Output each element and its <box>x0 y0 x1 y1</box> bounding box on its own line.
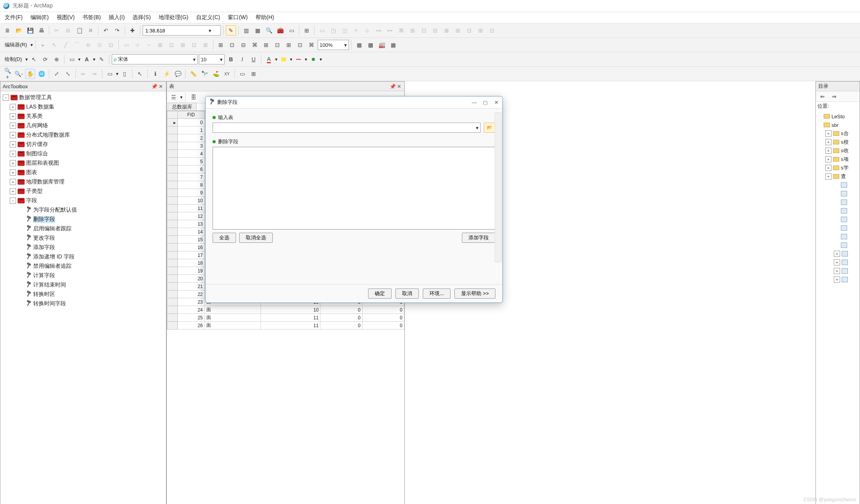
arctoolbox-icon[interactable]: 🧰 <box>275 25 285 36</box>
chevron-down-icon[interactable]: ▾ <box>320 57 322 62</box>
save-icon[interactable]: 💾 <box>25 25 35 36</box>
edit-tool-icon[interactable]: ⊡ <box>106 40 116 50</box>
font-size-combo[interactable]: 10 ▾ <box>199 54 225 64</box>
editor-label[interactable]: 编辑器(R) <box>2 41 29 48</box>
chevron-down-icon[interactable]: ▾ <box>209 28 211 34</box>
expander-icon[interactable]: − <box>10 198 16 204</box>
table-row[interactable]: 24面1000 <box>167 306 404 314</box>
close-icon[interactable]: ✕ <box>157 83 164 89</box>
table-options-icon[interactable]: ☰ <box>168 92 179 102</box>
fixed-zoom-in-icon[interactable]: ⤢ <box>52 69 62 79</box>
map-scale-combo[interactable]: ▾ <box>143 25 221 36</box>
chevron-down-icon[interactable]: ▾ <box>220 57 223 62</box>
catalog-item[interactable] <box>817 215 859 224</box>
tree-node[interactable]: 为字段分配默认值 <box>1 205 165 215</box>
expander-icon[interactable]: − <box>3 94 9 101</box>
tree-node[interactable]: + LAS 数据集 <box>1 102 165 112</box>
expander-icon[interactable]: + <box>10 113 16 119</box>
full-extent-icon[interactable]: 🌐 <box>36 69 46 79</box>
expander-icon[interactable]: + <box>10 151 16 157</box>
model-builder-icon[interactable]: ⊞ <box>302 25 312 36</box>
edit-vertices-icon[interactable]: ✎ <box>97 54 107 64</box>
catalog-item[interactable]: sbr <box>817 121 859 129</box>
search-window-icon[interactable]: 🔍 <box>264 25 274 36</box>
tree-node[interactable]: − 字段 <box>1 196 165 205</box>
fixed-zoom-out-icon[interactable]: ⤡ <box>63 69 73 79</box>
new-doc-icon[interactable]: 🗎 <box>2 25 13 36</box>
tree-node[interactable]: 更改字段 <box>1 233 165 243</box>
undo-icon[interactable]: ↶ <box>101 25 111 36</box>
expander-icon[interactable] <box>18 217 24 222</box>
identify-icon[interactable]: ℹ <box>150 69 160 79</box>
expander-icon[interactable]: + <box>825 165 831 171</box>
table-row[interactable]: 25面1100 <box>167 314 404 322</box>
expander-icon[interactable]: + <box>10 141 16 148</box>
dialog-scrollbar[interactable] <box>495 112 502 262</box>
edit-tool-icon[interactable]: ⊞ <box>200 40 211 50</box>
catalog-item[interactable] <box>817 181 859 189</box>
tb-icon[interactable]: ⊞ <box>476 25 486 36</box>
catalog-item[interactable]: + s学 <box>817 164 859 172</box>
expander-icon[interactable] <box>834 182 839 188</box>
browse-icon[interactable]: 📂 <box>484 123 495 133</box>
tree-node[interactable]: + 图层和表视图 <box>1 159 165 168</box>
tree-node[interactable]: − 数据管理工具 <box>1 93 165 102</box>
cancel-button[interactable]: 取消 <box>395 289 419 299</box>
prev-extent-icon[interactable]: ⇐ <box>78 69 88 79</box>
edit-tool-icon[interactable]: ⌒ <box>72 40 82 50</box>
close-icon[interactable]: ✕ <box>396 83 402 89</box>
expander-icon[interactable]: + <box>10 169 16 176</box>
forward-icon[interactable]: ⇒ <box>829 91 839 102</box>
expander-icon[interactable] <box>18 301 24 306</box>
expander-icon[interactable] <box>834 217 839 222</box>
fill-color-icon[interactable] <box>279 54 289 64</box>
rectangle-icon[interactable]: ▭ <box>67 54 77 64</box>
zoom-out-icon[interactable]: 🔍- <box>14 69 24 79</box>
catalog-item[interactable] <box>817 224 859 232</box>
zoom-pct-combo[interactable]: 100% ▾ <box>318 40 349 50</box>
georef-icon[interactable]: ⌘ <box>306 40 316 50</box>
georef-icon[interactable]: ⊞ <box>284 40 294 50</box>
environments-button[interactable]: 环境... <box>423 289 451 299</box>
select-elements-icon[interactable]: ↖ <box>135 69 145 79</box>
expander-icon[interactable] <box>18 282 24 288</box>
tb-icon[interactable]: ✧ <box>351 25 361 36</box>
expander-icon[interactable]: + <box>834 251 840 257</box>
chevron-down-icon[interactable]: ▾ <box>193 57 196 62</box>
catalog-item[interactable] <box>817 232 859 241</box>
menu-geoprocessing[interactable]: 地理处理(G) <box>159 14 188 21</box>
editor-toolbar-icon[interactable]: ✎ <box>226 25 236 36</box>
tree-node[interactable]: + 关系类 <box>1 112 165 121</box>
table-tab[interactable]: 总数据库 <box>168 103 197 110</box>
tb-icon[interactable]: ⊹ <box>362 25 372 36</box>
expander-icon[interactable]: + <box>10 160 16 166</box>
menu-window[interactable]: 窗口(W) <box>228 14 248 21</box>
catalog-item[interactable]: + <box>817 267 859 275</box>
tree-node[interactable]: + 图表 <box>1 168 165 177</box>
expander-icon[interactable]: + <box>834 276 840 283</box>
tb-icon[interactable]: ⊶ <box>374 25 384 36</box>
viewer-window-icon[interactable]: ⊞ <box>249 69 259 79</box>
tree-node[interactable]: 启用编辑者跟踪 <box>1 224 165 233</box>
catalog-icon[interactable]: ▦ <box>252 25 263 36</box>
menu-selection[interactable]: 选择(S) <box>132 14 151 21</box>
georef-icon[interactable]: ⊟ <box>238 40 249 50</box>
chevron-down-icon[interactable]: ▾ <box>25 57 28 62</box>
deselect-all-button[interactable]: 取消全选 <box>239 233 273 243</box>
table-row[interactable]: 26面1100 <box>167 322 404 329</box>
edit-tool-icon[interactable]: ⊙ <box>95 40 105 50</box>
tree-node[interactable]: + 几何网络 <box>1 121 165 130</box>
catalog-tree[interactable]: LeSto sbr + s合 + s校 + s收 + s项 + s学 + <box>816 110 860 285</box>
edit-tool-icon[interactable]: ⊡ <box>166 40 177 50</box>
cut-icon[interactable]: ✂ <box>52 25 62 36</box>
edit-tool-icon[interactable]: ╱ <box>61 40 71 50</box>
expander-icon[interactable] <box>834 199 839 205</box>
italic-icon[interactable]: I <box>237 54 247 64</box>
catalog-item[interactable]: + s合 <box>817 129 859 138</box>
expander-icon[interactable] <box>834 191 839 196</box>
chevron-down-icon[interactable]: ▾ <box>30 42 33 48</box>
tb-icon[interactable]: ⊠ <box>442 25 452 36</box>
catalog-item[interactable]: LeSto <box>817 112 859 121</box>
expander-icon[interactable]: + <box>834 259 840 265</box>
expander-icon[interactable]: + <box>825 148 831 154</box>
